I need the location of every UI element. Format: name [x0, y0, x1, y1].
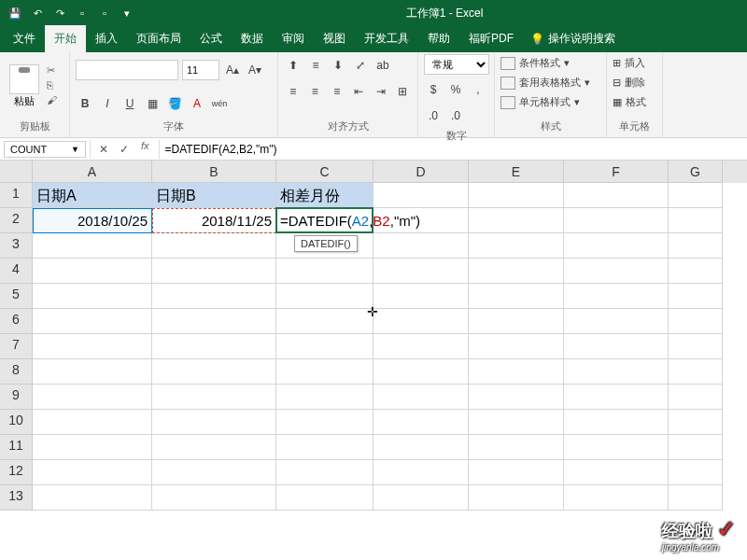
cell[interactable]	[669, 385, 723, 410]
cell[interactable]	[669, 309, 723, 334]
cell[interactable]	[669, 435, 723, 460]
tab-data[interactable]: 数据	[232, 25, 273, 52]
tab-help[interactable]: 帮助	[418, 25, 459, 52]
cell[interactable]	[276, 309, 374, 334]
cell[interactable]	[564, 183, 669, 208]
cell[interactable]	[469, 359, 564, 385]
cell[interactable]	[33, 233, 152, 259]
cell[interactable]	[374, 435, 469, 460]
col-header-g[interactable]: G	[669, 161, 723, 183]
cell[interactable]	[564, 334, 669, 359]
cell[interactable]	[152, 359, 276, 385]
redo-icon[interactable]: ↷	[52, 6, 67, 21]
copy-icon[interactable]: ⎘	[47, 79, 63, 92]
indent-right-icon[interactable]: ⇥	[372, 82, 390, 101]
decrease-font-icon[interactable]: A▾	[246, 61, 264, 79]
cell-b2[interactable]: 2018/11/25	[152, 208, 276, 233]
align-left-icon[interactable]: ≡	[284, 82, 303, 101]
cell[interactable]	[33, 359, 152, 385]
col-header-d[interactable]: D	[374, 161, 469, 183]
cell-a2[interactable]: 2018/10/25	[33, 208, 152, 233]
cell[interactable]	[276, 485, 374, 511]
phonetic-icon[interactable]: wén	[210, 94, 229, 113]
cell[interactable]	[564, 410, 669, 435]
cell[interactable]	[374, 233, 469, 259]
tab-file[interactable]: 文件	[4, 25, 45, 52]
cell[interactable]	[33, 334, 152, 359]
orientation-icon[interactable]: ⤢	[351, 56, 370, 75]
cell[interactable]	[469, 233, 564, 259]
row-header[interactable]: 2	[0, 208, 33, 233]
cell[interactable]	[374, 309, 469, 334]
cell[interactable]	[33, 460, 152, 485]
cell[interactable]	[669, 233, 723, 259]
cell[interactable]	[276, 359, 374, 385]
delete-cells-button[interactable]: ⊟ 删除	[613, 74, 645, 91]
cell[interactable]	[152, 385, 276, 410]
cell[interactable]	[276, 435, 374, 460]
cell[interactable]	[33, 385, 152, 410]
row-header[interactable]: 7	[0, 334, 33, 359]
cell[interactable]	[33, 259, 152, 284]
cell[interactable]	[564, 259, 669, 284]
cell[interactable]	[669, 259, 723, 284]
row-header[interactable]: 9	[0, 385, 33, 410]
cell[interactable]	[469, 460, 564, 485]
cell[interactable]	[564, 208, 669, 233]
save-icon[interactable]: 💾	[7, 6, 22, 21]
insert-cells-button[interactable]: ⊞ 插入	[613, 54, 645, 72]
tab-layout[interactable]: 页面布局	[127, 25, 190, 52]
tab-home[interactable]: 开始	[45, 25, 86, 52]
cell[interactable]	[564, 284, 669, 309]
cell[interactable]	[469, 410, 564, 435]
formula-input[interactable]	[160, 141, 747, 158]
cell[interactable]	[152, 284, 276, 309]
undo-icon[interactable]: ↶	[30, 6, 45, 21]
cell[interactable]	[276, 284, 374, 309]
tell-me-search[interactable]: 💡 操作说明搜索	[530, 25, 615, 52]
increase-decimal-icon[interactable]: .0	[424, 106, 443, 125]
align-right-icon[interactable]: ≡	[328, 82, 346, 101]
cell[interactable]	[374, 183, 469, 208]
number-format-select[interactable]: 常规	[424, 54, 489, 75]
cell[interactable]	[152, 485, 276, 511]
cut-icon[interactable]: ✂	[47, 64, 63, 77]
cell[interactable]	[564, 233, 669, 259]
border-icon[interactable]: ▦	[143, 94, 162, 113]
cell[interactable]	[374, 259, 469, 284]
cell[interactable]	[276, 385, 374, 410]
align-center-icon[interactable]: ≡	[306, 82, 325, 101]
align-top-icon[interactable]: ⬆	[284, 56, 303, 75]
cell-style-button[interactable]: 单元格样式 ▾	[500, 93, 580, 111]
underline-button[interactable]: U	[120, 94, 139, 113]
format-cells-button[interactable]: ▦ 格式	[613, 93, 646, 111]
merge-icon[interactable]: ⊞	[394, 82, 413, 101]
row-header[interactable]: 12	[0, 460, 33, 485]
tab-dev[interactable]: 开发工具	[355, 25, 418, 52]
cell[interactable]	[152, 410, 276, 435]
cell[interactable]	[374, 359, 469, 385]
cell[interactable]	[374, 284, 469, 309]
col-header-e[interactable]: E	[469, 161, 564, 183]
cell[interactable]	[564, 435, 669, 460]
table-format-button[interactable]: 套用表格格式 ▾	[500, 74, 590, 91]
cell[interactable]	[152, 460, 276, 485]
row-header[interactable]: 3	[0, 233, 33, 259]
cell[interactable]	[374, 460, 469, 485]
paste-button[interactable]: 粘贴	[6, 61, 43, 112]
cell[interactable]	[469, 183, 564, 208]
tab-formulas[interactable]: 公式	[190, 25, 232, 52]
cell[interactable]	[564, 385, 669, 410]
cell-b1[interactable]: 日期B	[152, 183, 276, 208]
font-name-select[interactable]	[76, 60, 178, 80]
row-header[interactable]: 6	[0, 309, 33, 334]
cell[interactable]	[669, 334, 723, 359]
cancel-icon[interactable]: ✕	[94, 140, 113, 159]
cell[interactable]	[374, 208, 469, 233]
cell[interactable]	[33, 309, 152, 334]
comma-icon[interactable]: ,	[469, 80, 487, 99]
col-header-c[interactable]: C	[276, 161, 374, 183]
row-header[interactable]: 5	[0, 284, 33, 309]
cell-a1[interactable]: 日期A	[33, 183, 152, 208]
cell[interactable]	[33, 485, 152, 511]
